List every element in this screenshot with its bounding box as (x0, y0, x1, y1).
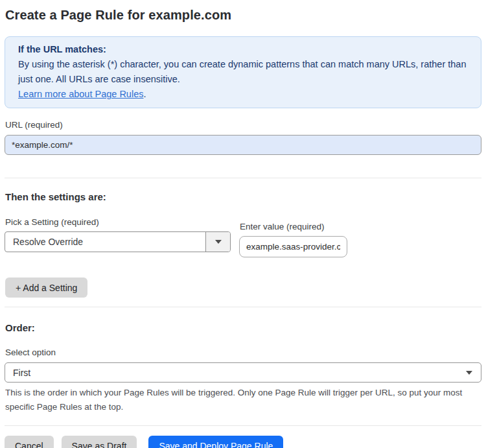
section-divider (5, 425, 481, 426)
learn-more-page-rules-link[interactable]: Learn more about Page Rules (18, 89, 143, 99)
action-button-row: Cancel Save as Draft Save and Deploy Pag… (5, 436, 481, 448)
link-period: . (143, 89, 146, 99)
save-and-deploy-button[interactable]: Save and Deploy Page Rule (148, 436, 283, 448)
order-select[interactable]: First (5, 362, 481, 383)
info-box-body: By using the asterisk (*) character, you… (18, 57, 468, 87)
info-box-link-line: Learn more about Page Rules. (18, 87, 468, 102)
setting-picker-label: Pick a Setting (required) (5, 217, 231, 227)
order-select-label: Select option (5, 348, 481, 357)
setting-row: Pick a Setting (required) Resolve Overri… (5, 217, 481, 257)
section-divider (5, 307, 481, 307)
section-divider (5, 178, 481, 178)
setting-picker-selected-value: Resolve Override (5, 232, 205, 252)
order-section-heading: Order: (5, 322, 481, 333)
info-box-heading: If the URL matches: (18, 42, 468, 57)
url-field-label: URL (required) (5, 120, 481, 130)
caret-down-icon (466, 371, 472, 375)
setting-value-label: Enter value (required) (240, 222, 347, 231)
caret-down-icon (215, 240, 222, 244)
order-selected-option: First (13, 368, 30, 378)
setting-value-column: Enter value (required) (239, 217, 347, 257)
setting-picker-column: Pick a Setting (required) Resolve Overri… (5, 217, 231, 252)
add-setting-button[interactable]: + Add a Setting (5, 277, 87, 298)
url-matches-info-box: If the URL matches: By using the asteris… (5, 36, 481, 108)
url-input[interactable] (5, 135, 481, 155)
setting-picker-dropdown[interactable]: Resolve Override (5, 231, 231, 252)
order-help-text: This is the order in which your Page Rul… (5, 386, 472, 414)
page-title: Create a Page Rule for example.com (5, 8, 481, 23)
settings-section-heading: Then the settings are: (5, 191, 481, 202)
setting-value-input[interactable] (239, 236, 347, 257)
save-as-draft-button[interactable]: Save as Draft (62, 436, 137, 448)
setting-picker-caret-button[interactable] (205, 232, 230, 252)
cancel-button[interactable]: Cancel (5, 436, 54, 448)
